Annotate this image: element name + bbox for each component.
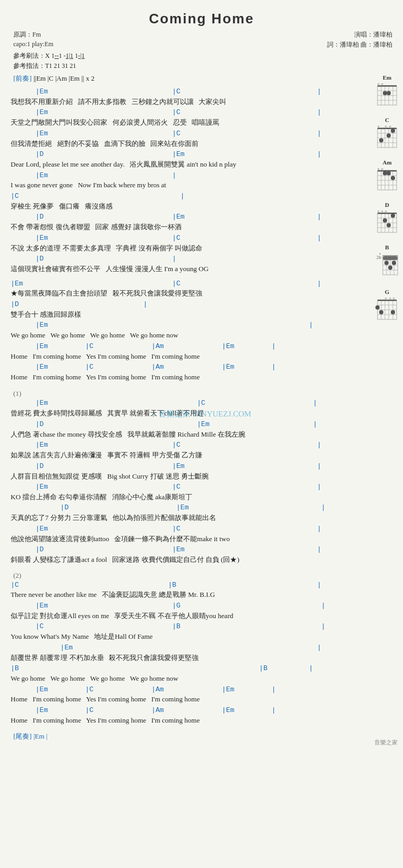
chord-v1-9: |D |: [11, 255, 350, 264]
svg-text:o: o: [381, 82, 383, 86]
meta-row2: capo:1 play:Em 詞：潘瑋柏 曲：潘瑋柏: [5, 40, 398, 50]
svg-point-68: [392, 261, 396, 265]
lyric-v1-6: 穿梭生 死像夢 傷口癢 癢沒痛感: [11, 201, 350, 212]
chord-b-label: B: [385, 244, 389, 250]
chord-b: B 2fr x: [375, 244, 399, 279]
lyric-v2-2: 人們急 著chase the money 尋找安全感 我早就戴著骷髏 Richa…: [11, 429, 350, 440]
chord-v2-2: |D |Em |: [11, 420, 350, 429]
svg-point-81: [379, 310, 383, 315]
lyric-v1-8: 不說 太多的道理 不需要太多真理 字典裡 沒有兩個字 叫做認命: [11, 243, 350, 254]
chord-c-label: C: [385, 117, 389, 123]
svg-point-9: [383, 91, 387, 96]
lyric-v1-4: Dear Lord, please let me see another day…: [11, 159, 350, 170]
svg-point-39: [391, 176, 395, 180]
meta-performer: 演唱：潘瑋柏: [354, 30, 398, 39]
chord-diagrams: Em o o C: [375, 74, 399, 322]
page: Coming Home 原調：Fm 演唱：潘瑋柏 capo:1 play:Em …: [0, 5, 403, 752]
verse1-section: |Em |C | 我想我不用重新介紹 請不用太多指教 三秒鐘之內就可以讓 大家尖…: [5, 88, 398, 274]
lyric-v2-3: 如果說 謠言失言八卦遍佈瀰漫 事實不 符邏輯 甲方受傷 乙方賺: [11, 450, 350, 461]
chord-ch-5: |Em |C |Am |Em |: [11, 363, 350, 372]
svg-point-37: [383, 171, 387, 176]
lyric-ch-1: ★每當黑夜降臨不自主會抬頭望 殺不死我只會讓我愛得更堅強: [11, 288, 350, 299]
song-title: Coming Home: [5, 11, 398, 27]
chord-v1-8: |Em |C |: [11, 234, 350, 243]
verse3-label: (2): [5, 571, 398, 580]
meta-finger: 參考指法：T1 21 31 21: [5, 62, 398, 71]
chord-em-grid: o o: [375, 82, 399, 107]
lyric-v3-4: 顛覆世界 顛覆常理 不朽加永垂 殺不死我只會讓我愛得更堅強: [11, 653, 350, 663]
lyric-v1-7: 不會 帶著怨恨 復仇者聯盟 回家 感覺好 讓我敬你一杯酒: [11, 222, 350, 232]
chord-v1-5: |Em |: [11, 171, 350, 180]
lyric-v2-7: 他說他渴望隨波逐流背後刺tattoo 金項鍊一條不夠為什麼不能make it t…: [11, 534, 350, 544]
prelude-label: [前奏]: [13, 74, 33, 82]
chord-em: Em o o: [375, 74, 399, 107]
svg-text:x: x: [378, 209, 380, 213]
chord-v1-7: |D |Em |: [11, 213, 350, 222]
verse2-label: (1): [5, 389, 398, 398]
lyric-v3-3: You know What's My Name 地址是Hall Of Fame: [11, 631, 350, 642]
outro: [尾奏] |Em |: [5, 732, 398, 741]
svg-point-53: [387, 223, 391, 228]
svg-text:x: x: [381, 209, 383, 213]
chord-v3-1: |C |B |: [11, 581, 350, 590]
chord-v2-8: |D |Em |: [11, 545, 350, 554]
meta-strum: 參考刷法：X 1--1 -1|1 1-|1: [5, 51, 398, 60]
svg-point-69: [388, 266, 392, 270]
chord-v1-6: |C |: [11, 192, 350, 201]
svg-text:o: o: [385, 209, 387, 213]
chord-em-label: Em: [383, 74, 392, 81]
chord-ch-2: |D |: [11, 300, 350, 309]
chord-ch-4: |Em |C |Am |Em |: [11, 342, 350, 351]
lyric-v1-2: 天堂之門敞開大門叫我安心回家 何必滾燙人間浴火 忍受 唱嘻謾罵: [11, 117, 350, 128]
svg-point-80: [375, 306, 380, 310]
lyric-v1-9: 這個現實社會確實有些不公平 人生慢慢 漫漫人生 I'm a young OG: [11, 264, 350, 274]
svg-point-51: [383, 219, 387, 223]
prelude-chords: ||Em |C |Am |Em || x 2: [33, 74, 95, 82]
prelude: [前奏] ||Em |C |Am |Em || x 2: [5, 74, 398, 83]
svg-point-23: [387, 134, 391, 138]
chord-d: D x x o: [375, 202, 399, 235]
chord-v2-7: |Em |C |: [11, 525, 350, 534]
chord-g: G o o o: [375, 289, 399, 322]
chord-c-grid: x o o: [375, 124, 399, 150]
chorus-section: |Em |C | ★每當黑夜降臨不自主會抬頭望 殺不死我只會讓我愛得更堅強 |D…: [5, 280, 398, 383]
chord-v3-3: |C |B |: [11, 622, 350, 631]
chord-v2-3: |Em |C |: [11, 441, 350, 450]
chord-am-grid: x o: [375, 167, 399, 192]
svg-point-38: [387, 171, 391, 176]
svg-text:o: o: [393, 296, 395, 300]
lyric-v1-1: 我想我不用重新介紹 請不用太多指教 三秒鐘之內就可以讓 大家尖叫: [11, 97, 350, 107]
meta-capo: capo:1 play:Em: [5, 40, 54, 48]
svg-text:o: o: [389, 124, 391, 128]
lyric-v2-5: KO 擂台上搏命 右勾拳逼你清醒 消除心中心魔 aka康斯坦丁: [11, 492, 350, 502]
svg-text:x: x: [379, 251, 381, 256]
verse3-section: |C |B | There never be another like me 不…: [5, 581, 398, 726]
chord-v1-1: |Em |C |: [11, 88, 350, 97]
chord-v3-4: |Em |: [11, 644, 350, 653]
chord-c: C x o o: [375, 117, 399, 150]
svg-point-82: [391, 310, 395, 315]
verse2-section: |Em |C | 曾經花 費太多時間找尋歸屬感 其實早 就俯看天下chill著不…: [5, 399, 398, 565]
lyric-v2-4: 人群盲目相信無知跟從 更感嘆 Big shot Curry 打破 迷思 勇士斷腕: [11, 471, 350, 482]
lyric-v3-1: There never be another like me 不論褒貶認識失意 …: [11, 589, 350, 600]
svg-rect-66: [383, 256, 398, 260]
chord-v1-3: |Em |C |: [11, 129, 350, 138]
chord-v1-2: |Em |C |: [11, 108, 350, 117]
svg-text:o: o: [381, 167, 383, 171]
chord-v3-6: |Em |C |Am |Em |: [11, 685, 350, 695]
chord-v3-5: |B |B |: [11, 664, 350, 673]
chord-v2-4: |D |Em |: [11, 462, 350, 471]
svg-text:o: o: [385, 124, 387, 128]
svg-text:o: o: [385, 296, 387, 300]
chord-v3-7: |Em |C |Am |Em |: [11, 706, 350, 715]
chord-g-grid: o o o: [375, 296, 399, 322]
lyric-ch-5: Home I'm coming home Yes I'm coming home…: [11, 372, 350, 383]
chord-d-label: D: [385, 202, 389, 208]
meta-key: 原調：Fm: [5, 30, 41, 39]
svg-text:o: o: [378, 82, 380, 86]
lyric-ch-2: 雙手合十 感激回歸原樣: [11, 309, 350, 320]
svg-point-22: [391, 129, 395, 133]
lyric-v3-7: Home I'm coming home Yes I'm coming home…: [11, 715, 350, 726]
lyric-ch-3: We go home We go home We go home We go h…: [11, 330, 350, 341]
lyric-v3-2: 似乎註定 對抗命運All eyes on me 享受天生不羈 不在乎他人眼睛yo…: [11, 611, 350, 621]
